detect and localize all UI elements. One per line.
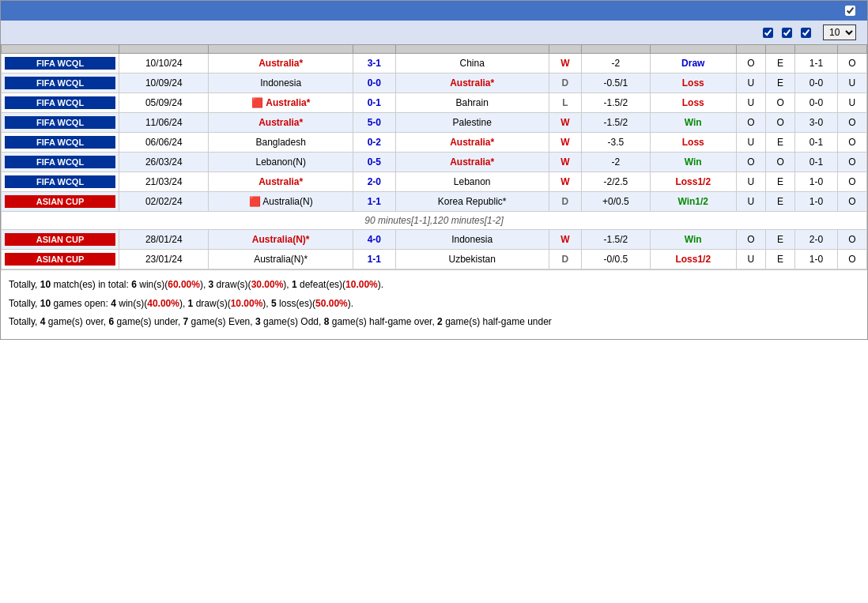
- team1-name[interactable]: Australia*: [259, 117, 303, 128]
- team1-cell[interactable]: Bangladesh: [209, 133, 353, 153]
- result-cell[interactable]: 0-5: [353, 153, 395, 172]
- team2-cell[interactable]: Palestine: [395, 113, 549, 133]
- display-notes-checkbox[interactable]: [845, 6, 855, 16]
- fifa-wcql-checkbox[interactable]: [782, 28, 792, 38]
- result-cell[interactable]: 0-2: [353, 133, 395, 153]
- col-wdl: [549, 45, 581, 54]
- over-under-075-cell: U: [837, 93, 866, 113]
- result-cell[interactable]: 2-0: [353, 172, 395, 192]
- result-cell[interactable]: 5-0: [353, 113, 395, 133]
- team2-cell[interactable]: Bahrain: [395, 93, 549, 113]
- wdl-cell: W: [549, 153, 581, 172]
- over-under-075-cell: O: [837, 230, 866, 250]
- team1-cell[interactable]: Australia*: [209, 172, 353, 192]
- match-type-cell: ASIAN CUP: [2, 250, 119, 269]
- team2-cell[interactable]: Australia*: [395, 153, 549, 172]
- odd-even-cell: O: [765, 113, 794, 133]
- team1-cell[interactable]: Australia(N)*: [209, 250, 353, 269]
- table-row: ASIAN CUP23/01/24Australia(N)*1-1Uzbekis…: [2, 250, 867, 269]
- asian-cup-filter[interactable]: [801, 28, 813, 38]
- table-row: FIFA WCQL06/06/24Bangladesh0-2Australia*…: [2, 133, 867, 153]
- team1-cell[interactable]: Lebanon(N): [209, 153, 353, 172]
- team2-cell[interactable]: Australia*: [395, 133, 549, 153]
- team2-name[interactable]: Australia*: [450, 77, 494, 89]
- team1-cell[interactable]: Australia*: [209, 113, 353, 133]
- result-link[interactable]: 0-5: [368, 156, 381, 168]
- over-under-cell: O: [736, 113, 765, 133]
- asian-cup-checkbox[interactable]: [801, 28, 811, 38]
- odd-even-cell: E: [765, 54, 794, 73]
- date-cell: 28/01/24: [119, 230, 209, 250]
- team1-name[interactable]: Indonesia: [260, 77, 301, 89]
- handicap-cell: -0.5/1: [582, 73, 651, 93]
- result-link[interactable]: 3-1: [368, 58, 381, 69]
- team2-cell[interactable]: Uzbekistan: [395, 250, 549, 269]
- team1-name[interactable]: Australia*: [266, 97, 310, 108]
- team2-name[interactable]: Australia*: [450, 156, 494, 168]
- col-over-under-075: [837, 45, 866, 54]
- result-cell[interactable]: 0-1: [353, 93, 395, 113]
- team1-name[interactable]: Australia*: [259, 58, 303, 69]
- team2-cell[interactable]: Australia*: [395, 73, 549, 93]
- result-link[interactable]: 0-2: [368, 137, 381, 148]
- result-cell[interactable]: 1-1: [353, 250, 395, 269]
- team1-name[interactable]: Australia*: [259, 176, 303, 187]
- last-games-filter: 10 5 15 20: [820, 24, 859, 40]
- team2-name[interactable]: China: [460, 58, 485, 69]
- summary-section: Totally, 10 match(es) in total: 6 win(s)…: [1, 269, 867, 339]
- interf-filter[interactable]: [763, 28, 776, 38]
- team1-name[interactable]: Australia(N)*: [252, 234, 310, 245]
- team2-cell[interactable]: Indonesia: [395, 230, 549, 250]
- result-cell[interactable]: 4-0: [353, 230, 395, 250]
- result-link[interactable]: 2-0: [368, 176, 381, 187]
- team2-name[interactable]: Palestine: [452, 117, 491, 128]
- team1-cell[interactable]: Australia*: [209, 54, 353, 73]
- table-row: FIFA WCQL11/06/24Australia*5-0PalestineW…: [2, 113, 867, 133]
- match-type-badge: ASIAN CUP: [5, 195, 115, 208]
- last-games-select[interactable]: 10 5 15 20: [823, 24, 856, 40]
- wdl-cell: D: [549, 73, 581, 93]
- match-type-badge: FIFA WCQL: [5, 156, 115, 168]
- match-type-cell: FIFA WCQL: [2, 153, 119, 172]
- result-cell[interactable]: 0-0: [353, 73, 395, 93]
- odds-cell: Loss: [650, 133, 736, 153]
- team2-name[interactable]: Australia*: [450, 137, 494, 148]
- team2-name[interactable]: Korea Republic*: [438, 196, 507, 207]
- team2-cell[interactable]: China: [395, 54, 549, 73]
- result-link[interactable]: 1-1: [368, 196, 381, 207]
- date-cell: 10/09/24: [119, 73, 209, 93]
- team2-name[interactable]: Bahrain: [455, 97, 488, 108]
- col-ht: [795, 45, 837, 54]
- over-under-cell: O: [736, 230, 765, 250]
- ht-cell: 2-0: [795, 230, 837, 250]
- team1-cell[interactable]: 🟥 Australia*: [209, 93, 353, 113]
- date-cell: 02/02/24: [119, 192, 209, 212]
- team1-name[interactable]: Australia(N): [262, 196, 312, 207]
- result-link[interactable]: 5-0: [368, 117, 381, 128]
- result-link[interactable]: 0-1: [368, 97, 381, 108]
- team1-cell[interactable]: Indonesia: [209, 73, 353, 93]
- team1-cell[interactable]: Australia(N)*: [209, 230, 353, 250]
- team2-cell[interactable]: Korea Republic*: [395, 192, 549, 212]
- col-odd-even: [765, 45, 794, 54]
- result-link[interactable]: 4-0: [368, 234, 381, 245]
- handicap-cell: -1.5/2: [582, 230, 651, 250]
- team2-name[interactable]: Indonesia: [451, 234, 492, 245]
- team2-name[interactable]: Lebanon: [454, 176, 491, 187]
- result-cell[interactable]: 1-1: [353, 192, 395, 212]
- result-cell[interactable]: 3-1: [353, 54, 395, 73]
- result-link[interactable]: 1-1: [368, 254, 381, 265]
- team1-name[interactable]: Lebanon(N): [256, 156, 306, 168]
- team1-name[interactable]: Bangladesh: [255, 137, 305, 148]
- interf-checkbox[interactable]: [763, 28, 773, 38]
- odds-cell: Loss: [650, 93, 736, 113]
- match-type-cell: FIFA WCQL: [2, 93, 119, 113]
- result-link[interactable]: 0-0: [368, 77, 381, 89]
- team1-name[interactable]: Australia(N)*: [254, 254, 308, 265]
- team2-cell[interactable]: Lebanon: [395, 172, 549, 192]
- team2-name[interactable]: Uzbekistan: [448, 254, 495, 265]
- fifa-wcql-filter[interactable]: [782, 28, 794, 38]
- match-type-badge: FIFA WCQL: [5, 116, 115, 129]
- team1-cell[interactable]: 🟥 Australia(N): [209, 192, 353, 212]
- wdl-cell: L: [549, 93, 581, 113]
